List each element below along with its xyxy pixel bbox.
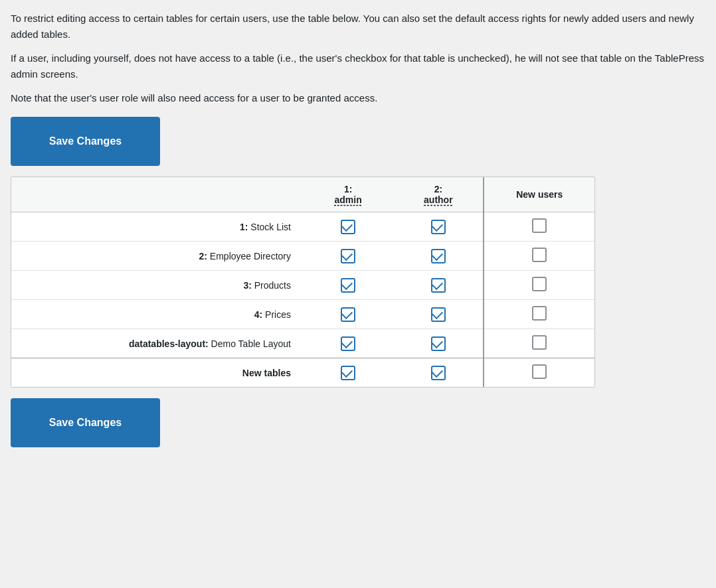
products-author-checkbox[interactable]: [431, 278, 446, 293]
access-table: 1: admin 2: author New users 1: Stock Li…: [11, 177, 594, 387]
datatables-new-users-checkbox[interactable]: [532, 335, 547, 350]
stock-list-admin-checkbox[interactable]: [341, 220, 355, 234]
row-label-prices: 4: Prices: [11, 300, 303, 329]
table-row: 2: Employee Directory: [11, 242, 594, 271]
save-changes-bottom-button[interactable]: Save Changes: [11, 398, 160, 447]
access-table-container: 1: admin 2: author New users 1: Stock Li…: [11, 177, 595, 388]
prices-author-cell: [393, 300, 484, 329]
products-new-users-checkbox[interactable]: [532, 277, 547, 291]
row-label-stock-list: 1: Stock List: [11, 212, 303, 242]
prices-admin-checkbox[interactable]: [341, 307, 355, 322]
table-row: 4: Prices: [11, 300, 594, 329]
table-header-new-users: New users: [484, 177, 594, 212]
products-author-cell: [393, 271, 484, 300]
admin-col-num: 1:: [312, 184, 384, 194]
table-header-author: 2: author: [393, 177, 484, 212]
employee-new-users-checkbox[interactable]: [532, 248, 547, 262]
table-header-admin: 1: admin: [303, 177, 393, 212]
table-row: 3: Products: [11, 271, 594, 300]
prices-new-users-cell: [484, 300, 594, 329]
stock-list-admin-cell: [303, 212, 393, 242]
description-para3: Note that the user's user role will also…: [11, 90, 705, 106]
new-tables-new-users-cell: [484, 358, 594, 388]
employee-author-cell: [393, 242, 484, 271]
products-admin-cell: [303, 271, 393, 300]
employee-author-checkbox[interactable]: [431, 249, 446, 263]
new-tables-row: New tables: [11, 358, 594, 388]
new-tables-author-cell: [393, 358, 484, 388]
datatables-admin-cell: [303, 329, 393, 358]
new-tables-admin-checkbox[interactable]: [341, 366, 355, 380]
row-label-new-tables: New tables: [11, 358, 303, 388]
employee-new-users-cell: [484, 242, 594, 271]
new-tables-new-users-checkbox[interactable]: [532, 364, 547, 379]
prices-admin-cell: [303, 300, 393, 329]
employee-admin-cell: [303, 242, 393, 271]
new-tables-admin-cell: [303, 358, 393, 388]
prices-new-users-checkbox[interactable]: [532, 306, 547, 321]
admin-col-name: admin: [312, 194, 384, 205]
save-changes-top-button[interactable]: Save Changes: [11, 117, 160, 166]
row-label-products: 3: Products: [11, 271, 303, 300]
employee-admin-checkbox[interactable]: [341, 249, 355, 263]
datatables-author-cell: [393, 329, 484, 358]
row-label-employee-directory: 2: Employee Directory: [11, 242, 303, 271]
description-para2: If a user, including yourself, does not …: [11, 50, 705, 82]
products-new-users-cell: [484, 271, 594, 300]
author-col-num: 2:: [403, 184, 474, 194]
stock-list-author-cell: [393, 212, 484, 242]
stock-list-author-checkbox[interactable]: [431, 220, 446, 234]
datatables-admin-checkbox[interactable]: [341, 336, 355, 351]
stock-list-new-users-cell: [484, 212, 594, 242]
table-header-empty: [11, 177, 303, 212]
row-label-datatables: datatables-layout: Demo Table Layout: [11, 329, 303, 358]
datatables-new-users-cell: [484, 329, 594, 358]
new-tables-author-checkbox[interactable]: [431, 366, 446, 380]
stock-list-new-users-checkbox[interactable]: [532, 218, 547, 233]
table-row: 1: Stock List: [11, 212, 594, 242]
author-col-name: author: [403, 194, 474, 205]
datatables-author-checkbox[interactable]: [431, 336, 446, 351]
description-para1: To restrict editing access to certain ta…: [11, 11, 705, 42]
table-row: datatables-layout: Demo Table Layout: [11, 329, 594, 358]
products-admin-checkbox[interactable]: [341, 278, 355, 293]
prices-author-checkbox[interactable]: [431, 307, 446, 322]
